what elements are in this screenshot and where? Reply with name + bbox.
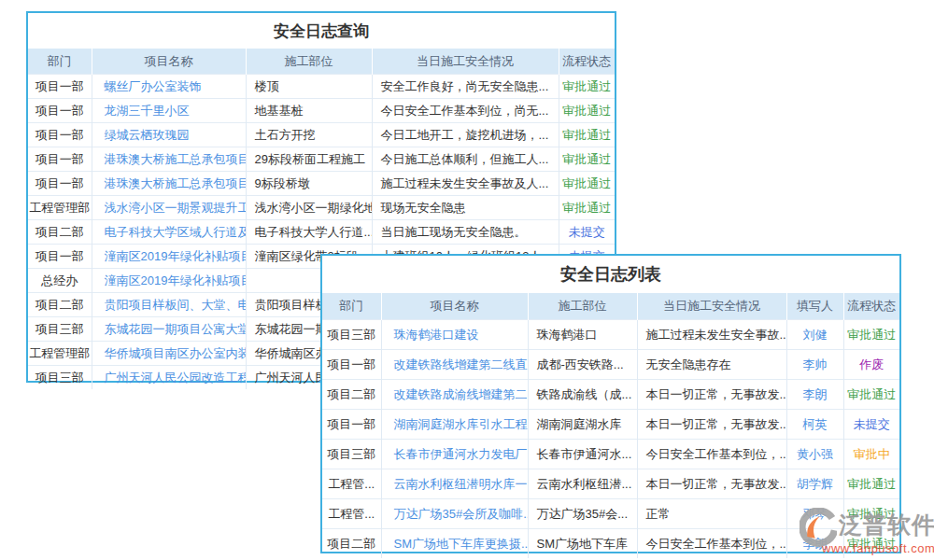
cell-safety: 施工过程未发生安全事故... <box>637 320 786 350</box>
cell-project: 广州天河人民公园改造工程 <box>92 366 246 390</box>
writer-link[interactable]: 黄小强 <box>797 447 833 461</box>
cell-location: 9标段桥墩 <box>246 172 372 196</box>
project-link[interactable]: 云南水利枢纽潜明水库一... <box>394 477 529 491</box>
cell-location: 29标段桥面工程施工 <box>246 147 372 172</box>
safety-log-list-window: 安全日志列表 部门项目名称施工部位当日施工安全情况填写人流程状态项目三部珠海鹤港… <box>320 254 901 553</box>
cell-dept: 项目三部 <box>28 366 92 390</box>
cell-dept: 项目二部 <box>28 220 92 245</box>
cell-location: 珠海鹤港口 <box>528 320 637 350</box>
cell-project: 港珠澳大桥施工总承包项目 <box>92 172 246 196</box>
column-header-location: 施工部位 <box>528 293 637 320</box>
cell-project: 贵阳项目样板间、大堂、电梯... <box>92 293 246 317</box>
cell-status: 审批通过 <box>843 320 899 350</box>
query-window-title: 安全日志查询 <box>28 13 615 49</box>
project-link[interactable]: 广州天河人民公园改造工程 <box>105 371 247 385</box>
project-link[interactable]: 绿城云栖玫瑰园 <box>105 128 190 142</box>
table-row: 项目三部长春市伊通河水力发电厂...长春市伊通河水...今日安全工作基本到位，.… <box>322 440 899 469</box>
cell-status: 审批通过 <box>843 469 899 499</box>
cell-status: 审批中 <box>843 440 899 469</box>
writer-link[interactable]: 李朗 <box>803 537 828 551</box>
project-link[interactable]: 万达广场35#会所及咖啡... <box>394 507 529 521</box>
cell-writer: 黄小强 <box>786 440 843 469</box>
cell-dept: 项目三部 <box>28 317 92 342</box>
cell-dept: 工程管... <box>322 469 381 499</box>
table-row: 项目一部改建铁路线增建第二线直...成都-西安铁路...无安全隐患存在李帅作废 <box>322 350 899 380</box>
project-link[interactable]: 改建铁路成渝线增建第二... <box>394 387 529 401</box>
column-header-dept: 部门 <box>28 49 92 75</box>
cell-dept: 工程管理部 <box>28 342 92 366</box>
cell-location: 浅水湾小区一期绿化地 <box>246 196 372 220</box>
writer-link[interactable]: 邓琴 <box>803 507 828 521</box>
cell-dept: 项目一部 <box>322 410 381 440</box>
column-header-project: 项目名称 <box>381 293 528 320</box>
cell-status: 未提交 <box>559 220 615 245</box>
project-link[interactable]: 港珠澳大桥施工总承包项目 <box>105 152 247 166</box>
cell-project: SM广场地下车库更换摄... <box>381 529 528 559</box>
cell-dept: 项目一部 <box>28 172 92 196</box>
project-link[interactable]: 长春市伊通河水力发电厂... <box>394 447 529 461</box>
writer-link[interactable]: 刘健 <box>803 328 828 342</box>
writer-link[interactable]: 胡学辉 <box>797 477 833 491</box>
table-row: 项目一部港珠澳大桥施工总承包项目9标段桥墩施工过程未发生安全事故及人...审批通… <box>28 172 615 196</box>
table-row: 工程管...云南水利枢纽潜明水库一...云南水利枢纽潜...本日一切正常，无事故… <box>322 469 899 499</box>
cell-safety: 本日一切正常，无事故发... <box>637 380 786 410</box>
project-link[interactable]: 改建铁路线增建第二线直... <box>394 357 529 371</box>
cell-status: 审批通过 <box>559 75 615 99</box>
cell-writer: 邓琴 <box>786 499 843 529</box>
column-header-safety: 当日施工安全情况 <box>372 49 559 75</box>
cell-project: 万达广场35#会所及咖啡... <box>381 499 528 529</box>
cell-project: 螺丝厂办公室装饰 <box>92 75 246 99</box>
writer-link[interactable]: 李朗 <box>803 387 828 401</box>
cell-dept: 项目二部 <box>322 380 381 410</box>
writer-link[interactable]: 柯英 <box>803 417 828 431</box>
column-header-status: 流程状态 <box>559 49 615 75</box>
table-header-row: 部门项目名称施工部位当日施工安全情况填写人流程状态 <box>322 293 899 320</box>
table-row: 工程管理部浅水湾小区一期景观提升工程浅水湾小区一期绿化地现场无安全隐患审批通过 <box>28 196 615 220</box>
table-row: 项目三部珠海鹤港口建设珠海鹤港口施工过程未发生安全事故...刘健审批通过 <box>322 320 899 350</box>
project-link[interactable]: 珠海鹤港口建设 <box>394 328 479 342</box>
project-link[interactable]: 龙湖三千里小区 <box>105 104 190 118</box>
project-link[interactable]: 潼南区2019年绿化补贴项目-土 <box>105 273 247 287</box>
table-row: 项目二部电子科技大学区域人行道及非...电子科技大学人行道...当日施工现场无安… <box>28 220 615 245</box>
project-link[interactable]: 潼南区2019年绿化补贴项目-土 <box>105 249 247 263</box>
cell-project: 东城花园一期项目公寓大堂 装... <box>92 317 246 342</box>
cell-project: 浅水湾小区一期景观提升工程 <box>92 196 246 220</box>
cell-location: 成都-西安铁路... <box>528 350 637 380</box>
cell-dept: 项目三部 <box>322 320 381 350</box>
project-link[interactable]: SM广场地下车库更换摄... <box>394 537 529 551</box>
project-link[interactable]: 华侨城项目南区办公室内装修... <box>105 346 247 360</box>
cell-project: 珠海鹤港口建设 <box>381 320 528 350</box>
project-link[interactable]: 东城花园一期项目公寓大堂 装... <box>105 322 247 336</box>
column-header-dept: 部门 <box>322 293 381 320</box>
project-link[interactable]: 港珠澳大桥施工总承包项目 <box>105 176 247 190</box>
cell-safety: 无安全隐患存在 <box>637 350 786 380</box>
cell-safety: 本日一切正常，无事故发... <box>637 469 786 499</box>
safety-log-list-table: 部门项目名称施工部位当日施工安全情况填写人流程状态项目三部珠海鹤港口建设珠海鹤港… <box>322 293 899 558</box>
project-link[interactable]: 电子科技大学区域人行道及非... <box>105 225 247 239</box>
cell-location: 铁路成渝线（成... <box>528 380 637 410</box>
cell-safety: 施工过程未发生安全事故及人... <box>372 172 559 196</box>
cell-location: 电子科技大学人行道... <box>246 220 372 245</box>
cell-status: 审批通过 <box>559 147 615 172</box>
cell-status: 未提交 <box>843 410 899 440</box>
project-link[interactable]: 螺丝厂办公室装饰 <box>105 79 202 93</box>
project-link[interactable]: 贵阳项目样板间、大堂、电梯... <box>105 298 247 312</box>
table-row: 项目一部龙湖三千里小区地基基桩今日安全工作基本到位，尚无...审批通过 <box>28 99 615 123</box>
table-row: 项目二部改建铁路成渝线增建第二...铁路成渝线（成...本日一切正常，无事故发.… <box>322 380 899 410</box>
cell-location: 长春市伊通河水... <box>528 440 637 469</box>
cell-safety: 当日施工现场无安全隐患。 <box>372 220 559 245</box>
writer-link[interactable]: 李帅 <box>803 357 828 371</box>
table-row: 工程管...万达广场35#会所及咖啡...万达广场35#会...正常邓琴审批通过 <box>322 499 899 529</box>
table-row: 项目一部湖南洞庭湖水库引水工程...湖南洞庭湖水库本日一切正常，无事故发...柯… <box>322 410 899 440</box>
list-window-title: 安全日志列表 <box>322 256 899 293</box>
cell-project: 港珠澳大桥施工总承包项目 <box>92 147 246 172</box>
column-header-writer: 填写人 <box>786 293 843 320</box>
project-link[interactable]: 浅水湾小区一期景观提升工程 <box>105 201 247 215</box>
table-row: 项目二部SM广场地下车库更换摄...SM广场地下车库今日安全工作基本到位，...… <box>322 529 899 559</box>
column-header-location: 施工部位 <box>246 49 372 75</box>
cell-dept: 项目三部 <box>322 440 381 469</box>
cell-writer: 刘健 <box>786 320 843 350</box>
cell-project: 湖南洞庭湖水库引水工程... <box>381 410 528 440</box>
project-link[interactable]: 湖南洞庭湖水库引水工程... <box>394 417 529 431</box>
cell-status: 审批通过 <box>559 172 615 196</box>
